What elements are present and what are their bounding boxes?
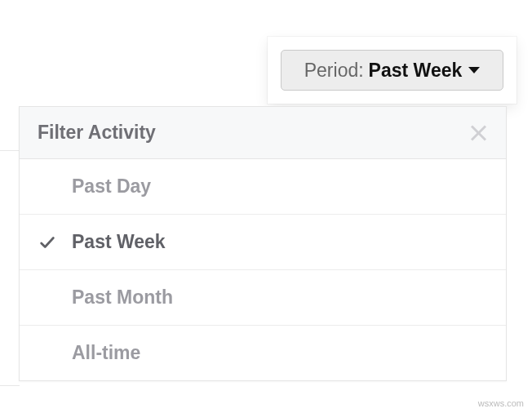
option-past-day[interactable]: Past Day	[20, 159, 506, 215]
period-value: Past Week	[369, 60, 463, 82]
check-icon	[38, 177, 57, 197]
option-label: Past Week	[72, 231, 166, 253]
filter-activity-panel: Filter Activity Past Day Past Week Past …	[19, 106, 507, 381]
panel-header: Filter Activity	[20, 107, 506, 159]
option-label: Past Day	[72, 175, 151, 198]
close-icon[interactable]	[468, 123, 488, 143]
check-icon	[38, 233, 57, 252]
divider	[0, 385, 20, 386]
check-icon	[38, 344, 57, 363]
option-label: Past Month	[72, 286, 173, 309]
divider	[0, 150, 20, 151]
check-icon	[38, 288, 57, 308]
option-all-time[interactable]: All-time	[20, 326, 506, 380]
period-label: Period:	[304, 60, 364, 82]
option-past-month[interactable]: Past Month	[20, 270, 506, 326]
watermark: wsxws.com	[478, 398, 524, 408]
option-label: All-time	[72, 342, 140, 364]
period-dropdown-button[interactable]: Period: Past Week	[281, 50, 503, 91]
panel-title: Filter Activity	[38, 122, 156, 144]
chevron-down-icon	[468, 67, 480, 73]
period-dropdown-container: Period: Past Week	[268, 37, 516, 104]
option-past-week[interactable]: Past Week	[20, 215, 506, 270]
